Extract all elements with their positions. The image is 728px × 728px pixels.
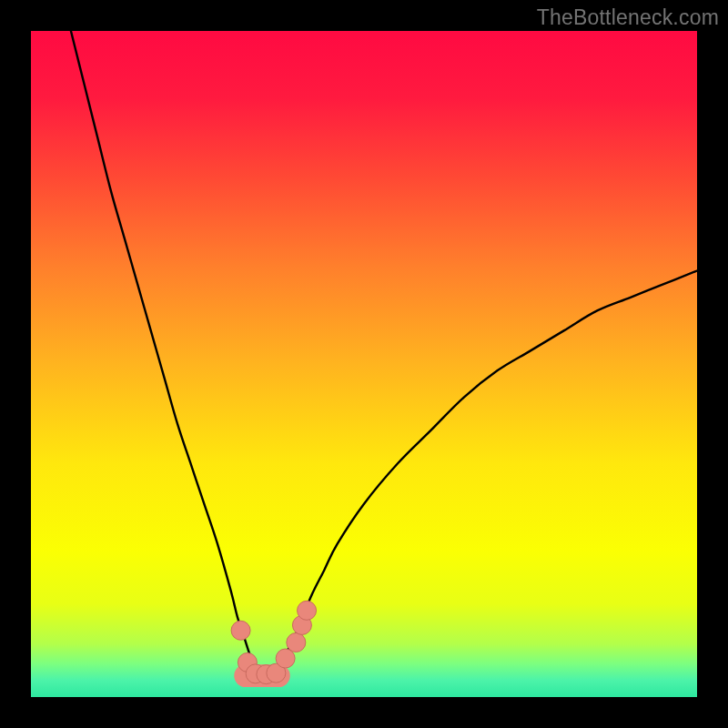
marker-dot: [287, 632, 306, 652]
watermark-text: TheBottleneck.com: [537, 5, 719, 30]
gradient-background: [31, 31, 697, 697]
marker-dot: [231, 621, 250, 640]
chart-svg: [31, 31, 697, 697]
plot-area: [31, 31, 697, 697]
chart-container: TheBottleneck.com: [0, 0, 728, 728]
marker-dot: [298, 601, 317, 620]
marker-dot: [276, 649, 295, 668]
